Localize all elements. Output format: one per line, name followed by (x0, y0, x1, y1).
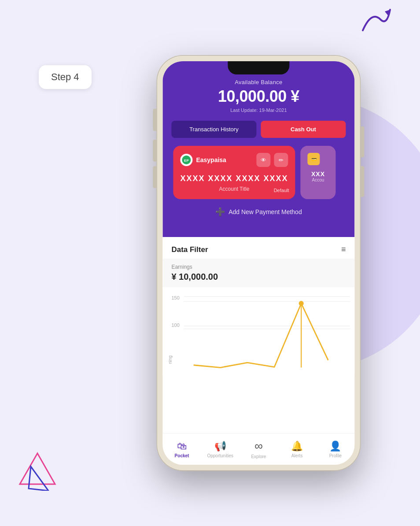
payment-card-1: EP Easypaisa 👁 ✏ XXXX XXXX XXXX XXXX (173, 146, 295, 199)
action-buttons: Transaction History Cash Out (171, 121, 346, 138)
profile-label: Profile (329, 453, 342, 458)
earnings-chart (184, 292, 350, 370)
arrow-decoration (358, 6, 394, 37)
easypaisa-logo: EP (180, 154, 192, 166)
view-card-button[interactable]: 👁 (257, 153, 271, 167)
card-default-badge: Default (274, 188, 289, 193)
svg-marker-2 (29, 467, 48, 491)
alerts-label: Alerts (291, 453, 303, 458)
phone-outer: Available Balance 10,000.00 ¥ Last Updat… (157, 56, 360, 470)
phone-body: Data Filter ≡ Earnings ¥ 10,000.00 150 1… (162, 237, 354, 375)
card-account-title: Account Title (180, 186, 288, 192)
svg-text:EP: EP (184, 159, 189, 163)
opportunities-icon: 📢 (214, 441, 226, 452)
card2-number: XXX (308, 170, 329, 178)
phone-header: Available Balance 10,000.00 ¥ Last Updat… (162, 61, 354, 237)
step-label: Step 4 (39, 65, 92, 89)
nav-profile[interactable]: 👤 Profile (316, 433, 354, 465)
last-update: Last Update: 19-Mar-2021 (171, 107, 346, 113)
pocket-icon: 🛍 (177, 441, 187, 452)
payment-card-2: 💳 XXX Accou (301, 146, 336, 199)
nav-opportunities[interactable]: 📢 Opportunities (201, 433, 239, 465)
earnings-section: Earnings ¥ 10,000.00 (162, 259, 354, 287)
y-label-100: 100 (171, 322, 179, 328)
cash-out-button[interactable]: Cash Out (261, 121, 346, 138)
explore-label: Explore (251, 454, 266, 459)
data-filter-title: Data Filter (171, 245, 208, 254)
card-header: EP Easypaisa 👁 ✏ (180, 153, 288, 167)
bottom-nav: 🛍 Pocket 📢 Opportunities ∞ Explore 🔔 Ale… (162, 433, 354, 465)
nav-explore[interactable]: ∞ Explore (239, 433, 278, 465)
card-brand: EP Easypaisa (180, 154, 226, 166)
card-actions: 👁 ✏ (257, 153, 288, 167)
add-payment-label: Add New Payment Method (228, 208, 302, 215)
nav-pocket[interactable]: 🛍 Pocket (162, 433, 201, 465)
chart-area: 150 100 ning (162, 287, 354, 375)
balance-amount: 10,000.00 ¥ (171, 87, 346, 106)
pocket-label: Pocket (175, 453, 189, 458)
triangle-decoration (18, 451, 57, 491)
earnings-label: Earnings (171, 264, 346, 270)
alerts-icon: 🔔 (291, 441, 303, 452)
opportunities-label: Opportunities (207, 453, 233, 458)
y-label-150: 150 (171, 295, 179, 300)
available-balance-label: Available Balance (171, 79, 346, 85)
explore-icon: ∞ (254, 439, 263, 453)
profile-icon: 👤 (329, 441, 341, 452)
card2-title: Accou (308, 178, 329, 182)
filter-icon[interactable]: ≡ (341, 245, 346, 254)
y-axis-label: ning (168, 356, 173, 364)
cards-row: EP Easypaisa 👁 ✏ XXXX XXXX XXXX XXXX (171, 146, 346, 199)
card-brand-name: Easypaisa (196, 156, 226, 163)
nav-alerts[interactable]: 🔔 Alerts (278, 433, 316, 465)
add-payment-button[interactable]: ➕ Add New Payment Method (171, 199, 346, 225)
add-payment-icon: ➕ (215, 207, 225, 217)
phone-screen: Available Balance 10,000.00 ¥ Last Updat… (162, 61, 354, 465)
edit-card-button[interactable]: ✏ (274, 153, 288, 167)
transaction-history-button[interactable]: Transaction History (171, 121, 256, 138)
svg-marker-1 (20, 453, 55, 484)
phone-notch (228, 61, 289, 74)
card-number: XXXX XXXX XXXX XXXX (180, 174, 288, 183)
data-filter-header: Data Filter ≡ (162, 237, 354, 259)
phone-mockup: Available Balance 10,000.00 ¥ Last Updat… (157, 56, 360, 470)
earnings-amount: ¥ 10,000.00 (171, 272, 346, 282)
